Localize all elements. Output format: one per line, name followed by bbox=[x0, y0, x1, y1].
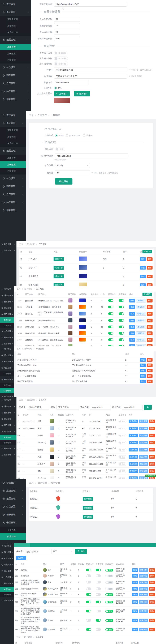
sidebar-item[interactable]: 帖子管理▲ bbox=[0, 580, 14, 586]
detail-button[interactable]: 详情 bbox=[132, 587, 138, 590]
delete-button[interactable]: 删除 bbox=[149, 593, 155, 596]
toggle[interactable] bbox=[96, 581, 101, 584]
sidebar-item[interactable]: 消息管理▼ bbox=[0, 597, 14, 604]
toggle[interactable] bbox=[119, 319, 124, 322]
sidebar-item[interactable]: 帖子管理▼ bbox=[0, 446, 16, 452]
sidebar-item[interactable]: 话题管理 bbox=[0, 323, 14, 328]
ban-toggle[interactable]: 禁言 bbox=[118, 420, 126, 423]
sidebar-item[interactable]: 圈子列表 bbox=[0, 318, 14, 323]
detail-button[interactable]: 详情 bbox=[132, 581, 138, 584]
save-button[interactable]: 确认保存 bbox=[55, 178, 72, 184]
edit-button[interactable]: 修改 bbox=[140, 266, 146, 270]
ban-toggle[interactable]: 禁言 bbox=[118, 427, 126, 430]
view-follows-button[interactable]: 查看关注 bbox=[136, 312, 146, 316]
add-circle-button[interactable]: 添加圈子 bbox=[142, 292, 152, 296]
edit-button[interactable]: 修改 bbox=[140, 358, 146, 362]
toggle[interactable] bbox=[86, 610, 91, 612]
sidebar-item[interactable]: 上传配置 bbox=[0, 50, 31, 57]
sidebar-item[interactable]: 站点设置▼ bbox=[0, 416, 16, 422]
delete-button[interactable]: 删除 bbox=[147, 284, 152, 286]
sidebar-item[interactable]: 活动管理 bbox=[0, 592, 14, 597]
breadcrumb-item[interactable]: 配置管理 bbox=[38, 114, 47, 116]
detail-button[interactable]: 详情 bbox=[132, 574, 138, 578]
view-comments-button[interactable]: 查看评论 bbox=[139, 587, 148, 590]
toggle[interactable] bbox=[119, 312, 124, 315]
delete-button[interactable]: 删除 bbox=[149, 434, 155, 437]
delete-button[interactable]: 删除 bbox=[149, 469, 155, 473]
view-comments-button[interactable]: 查看评论 bbox=[139, 600, 148, 604]
sidebar-item[interactable]: 上传配置 bbox=[0, 161, 26, 168]
breadcrumb-item[interactable]: 帖子管理 bbox=[24, 636, 32, 638]
detail-button[interactable]: 详情 bbox=[132, 619, 138, 622]
sidebar-item[interactable]: 站点设置▼ bbox=[0, 174, 26, 182]
sidebar-item[interactable]: 勋章管理 bbox=[0, 533, 26, 540]
sidebar-item[interactable]: 会员管理▼ bbox=[0, 574, 14, 580]
toggle[interactable] bbox=[96, 601, 101, 603]
detail-button[interactable]: 详情 bbox=[132, 568, 138, 572]
send-match-button[interactable]: 发送姻缘 bbox=[139, 427, 148, 430]
sidebar-item[interactable]: 站点设置▼ bbox=[0, 562, 14, 568]
view-follows-button[interactable]: 查看关注 bbox=[136, 332, 146, 335]
delete-button[interactable]: 删除 bbox=[149, 587, 155, 590]
toggle[interactable] bbox=[96, 569, 101, 571]
toggle[interactable] bbox=[108, 306, 113, 308]
sidebar-item[interactable]: 配置管理▲ bbox=[0, 36, 31, 44]
sidebar-item[interactable]: 会员列表 bbox=[0, 435, 16, 440]
detail-button[interactable]: 详情 bbox=[132, 628, 138, 631]
edit-button[interactable]: 修改 bbox=[140, 380, 146, 383]
sidebar-item[interactable]: 系统管理▼ bbox=[0, 404, 16, 410]
edit-button[interactable]: 修改 bbox=[140, 369, 146, 372]
edit-button[interactable]: 修改 bbox=[129, 338, 135, 342]
delete-button[interactable]: 删除 bbox=[147, 364, 152, 367]
view-fans-button[interactable]: 查看粉丝 bbox=[128, 420, 138, 423]
view-follows-button[interactable]: 查看关注 bbox=[136, 344, 146, 346]
view-fans-button[interactable]: 查看粉丝 bbox=[128, 441, 138, 444]
storage-qiniu-radio[interactable] bbox=[83, 134, 85, 137]
sidebar-item[interactable]: 会员管理▼ bbox=[0, 328, 14, 334]
view-fans-button[interactable]: 查看粉丝 bbox=[128, 476, 138, 479]
view-fans-button[interactable]: 查看粉丝 bbox=[128, 434, 138, 437]
delete-button[interactable]: 删除 bbox=[147, 338, 152, 342]
breadcrumb-item[interactable]: 主页 bbox=[17, 288, 20, 290]
delete-button[interactable]: 删除 bbox=[147, 318, 152, 322]
sidebar-item[interactable]: 帖子管理▼ bbox=[0, 241, 16, 247]
theme-yellow-radio[interactable] bbox=[54, 87, 57, 89]
edit-button[interactable]: 修改 bbox=[129, 325, 135, 329]
sidebar-item[interactable]: 帖子管理▼ bbox=[0, 88, 31, 96]
send-match-button[interactable]: 发送姻缘 bbox=[139, 469, 148, 473]
sidebar-item[interactable]: 配置管理▲ bbox=[0, 147, 26, 155]
breadcrumb-item[interactable]: 主页 bbox=[29, 481, 34, 484]
toggle[interactable] bbox=[96, 628, 101, 631]
ban-toggle[interactable]: 禁言 bbox=[118, 441, 126, 444]
sidebar-item[interactable]: 会员管理▼ bbox=[0, 80, 31, 88]
view-follows-button[interactable]: 查看关注 bbox=[136, 299, 146, 302]
toggle[interactable] bbox=[96, 593, 101, 596]
breadcrumb-item[interactable]: 主页 bbox=[16, 636, 20, 638]
sidebar-item[interactable]: 圈子管理▼ bbox=[0, 182, 26, 190]
delete-button[interactable]: 删除 bbox=[147, 369, 152, 372]
toggle[interactable] bbox=[86, 601, 91, 603]
sidebar-item[interactable]: 管理首页 bbox=[0, 397, 16, 404]
toggle[interactable] bbox=[86, 574, 91, 577]
toggle[interactable] bbox=[119, 338, 124, 341]
toggle[interactable] bbox=[108, 338, 113, 341]
breadcrumb-item[interactable]: 圈子管理 bbox=[24, 348, 32, 350]
opacity-input[interactable] bbox=[55, 170, 90, 175]
toggle[interactable] bbox=[86, 593, 91, 596]
delete-button[interactable]: 删除 bbox=[149, 628, 155, 631]
sidebar-item[interactable]: 消息管理▼ bbox=[0, 452, 16, 458]
sidebar-item[interactable]: 用户组管理 bbox=[0, 29, 31, 36]
sidebar-item[interactable]: 管理员管理 bbox=[0, 16, 31, 22]
edit-button[interactable]: 修改 bbox=[129, 312, 135, 316]
delete-button[interactable]: 删除 bbox=[147, 258, 152, 261]
send-match-button[interactable]: 发送姻缘 bbox=[139, 455, 148, 458]
delete-button[interactable]: 删除 bbox=[147, 380, 152, 383]
sidebar-item[interactable]: 会员管理▲ bbox=[0, 518, 26, 526]
edit-button[interactable]: 修改 bbox=[140, 258, 146, 261]
breadcrumb-item[interactable]: 主页 bbox=[29, 114, 34, 116]
toggle[interactable] bbox=[96, 619, 101, 622]
toggle[interactable] bbox=[86, 628, 91, 631]
delete-button[interactable]: 删除 bbox=[149, 420, 155, 423]
ban-toggle[interactable]: 禁言 bbox=[118, 462, 126, 466]
delete-button[interactable]: 删除 bbox=[149, 610, 155, 613]
